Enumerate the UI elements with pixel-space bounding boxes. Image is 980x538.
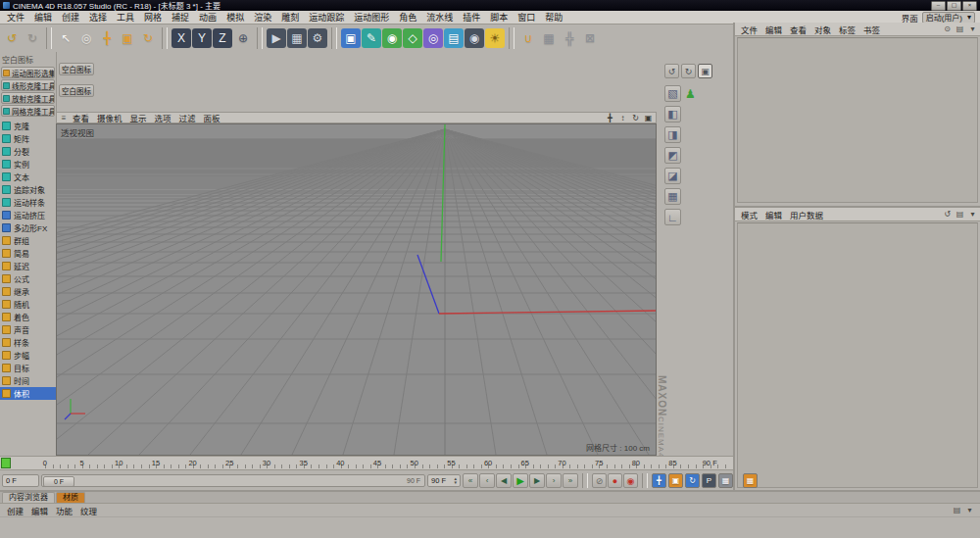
- menu-item[interactable]: 雕刻: [276, 11, 304, 24]
- generators-button[interactable]: ◉: [382, 28, 402, 48]
- environment-button[interactable]: ▤: [444, 28, 464, 48]
- redo-view-icon[interactable]: ↻: [681, 64, 696, 78]
- end-frame-field[interactable]: 90 F ▴ ▾: [427, 474, 461, 487]
- live-selection-button[interactable]: ◎: [76, 28, 96, 48]
- redo-button[interactable]: ↻: [23, 28, 42, 48]
- list-item[interactable]: 体积: [0, 387, 56, 400]
- list-item[interactable]: 追踪对象: [0, 183, 56, 196]
- menu-item[interactable]: 功能: [52, 505, 76, 516]
- list-item[interactable]: 分裂: [0, 145, 56, 158]
- toggle-layout-icon[interactable]: ▣: [643, 113, 654, 122]
- list-item[interactable]: 运动挤压: [0, 209, 56, 221]
- grid-clone-tool[interactable]: 网格克隆工具: [1, 105, 55, 117]
- goto-end-button[interactable]: »: [563, 473, 578, 488]
- render-view-button[interactable]: ▶: [267, 28, 286, 48]
- blank-icon-button[interactable]: 空白图标: [59, 63, 94, 75]
- menu-item[interactable]: 帮助: [540, 11, 567, 24]
- list-item[interactable]: 公式: [0, 272, 56, 285]
- menu-item[interactable]: 创建: [3, 505, 27, 516]
- list-item[interactable]: 克隆: [0, 120, 56, 132]
- viewport-menu-item[interactable]: 摄像机: [93, 112, 126, 123]
- rotate-view-icon[interactable]: ↻: [630, 113, 641, 122]
- menu-item[interactable]: 书签: [859, 24, 884, 35]
- key-pla-button[interactable]: ▦: [718, 473, 733, 488]
- menu-item[interactable]: 工具: [112, 11, 139, 24]
- render-region-button[interactable]: ▦: [287, 28, 307, 48]
- layout-select[interactable]: 启动(用户) ▾: [922, 12, 975, 24]
- select-tool-button[interactable]: ↖: [56, 28, 75, 48]
- autokey-button[interactable]: ◉: [623, 473, 638, 488]
- list-item[interactable]: 实例: [0, 158, 56, 171]
- list-item[interactable]: 样条: [0, 336, 56, 349]
- polygon-mode-button[interactable]: ▦: [664, 188, 681, 205]
- menu-icon[interactable]: ▾: [967, 210, 978, 220]
- render-settings-button[interactable]: ⚙: [308, 28, 327, 48]
- menu-icon[interactable]: ▾: [964, 506, 975, 515]
- menu-item[interactable]: 编辑: [761, 24, 786, 35]
- record-keyframe-button[interactable]: ●: [608, 473, 622, 488]
- list-item[interactable]: 运动样条: [0, 196, 56, 209]
- minimize-button[interactable]: –: [931, 1, 946, 11]
- panel-icon[interactable]: ▤: [955, 210, 965, 220]
- key-position-button[interactable]: ╋: [652, 473, 666, 488]
- viewport-menu-icon[interactable]: ≡: [59, 114, 69, 122]
- close-button[interactable]: ×: [962, 1, 977, 11]
- menu-item[interactable]: 标签: [835, 24, 859, 35]
- menu-item[interactable]: 查看: [786, 24, 810, 35]
- mograph-selection-tool[interactable]: 运动图形选集: [1, 67, 55, 78]
- prev-key-button[interactable]: ‹: [479, 473, 495, 488]
- axis-mode-button[interactable]: ∟: [664, 209, 681, 225]
- search-icon[interactable]: ⊙: [942, 24, 953, 34]
- add-cube-button[interactable]: ▣: [341, 28, 361, 48]
- viewport-menu-item[interactable]: 查看: [69, 112, 93, 123]
- list-item[interactable]: 声音: [0, 323, 56, 336]
- perspective-viewport[interactable]: 透视视图 网格尺寸 : 100 cm: [56, 123, 657, 456]
- light-button[interactable]: ☀: [485, 28, 505, 48]
- menu-item[interactable]: 网格: [139, 11, 167, 24]
- menu-item[interactable]: 捕捉: [167, 11, 194, 24]
- list-item[interactable]: 继承: [0, 285, 56, 298]
- tab-material[interactable]: 材质: [56, 492, 85, 503]
- frame-range-slider[interactable]: 0 F 90 F: [41, 474, 425, 487]
- history-icon[interactable]: ↺: [942, 210, 953, 220]
- menu-item[interactable]: 模式: [737, 209, 761, 220]
- dock-icon[interactable]: ▤: [952, 506, 962, 515]
- axis-center-button[interactable]: ╬: [560, 28, 579, 48]
- linear-clone-tool[interactable]: 线形克隆工具: [1, 79, 55, 91]
- edge-mode-button[interactable]: ◪: [664, 168, 681, 184]
- list-item[interactable]: 随机: [0, 298, 56, 311]
- move-tool-button[interactable]: ╋: [97, 28, 117, 48]
- list-item[interactable]: 步幅: [0, 349, 56, 362]
- next-frame-button[interactable]: ▶: [529, 473, 545, 488]
- lock-x-axis-button[interactable]: X: [172, 28, 191, 48]
- list-item[interactable]: 文本: [0, 171, 56, 183]
- menu-item[interactable]: 选择: [84, 11, 112, 24]
- key-rotation-button[interactable]: ↻: [685, 473, 700, 488]
- list-item[interactable]: 时间: [0, 374, 56, 387]
- range-slider-handle[interactable]: 0 F: [43, 476, 74, 487]
- record-options-button[interactable]: ⊘: [592, 473, 607, 488]
- deformers-button[interactable]: ◎: [423, 28, 443, 48]
- snap-button[interactable]: ∪: [518, 28, 538, 48]
- menu-item[interactable]: 创建: [57, 11, 84, 24]
- timeline-ruler[interactable]: 051015202530354045505560657075808590 F: [0, 456, 733, 470]
- point-mode-button[interactable]: ◩: [664, 147, 681, 164]
- menu-item[interactable]: 纹理: [76, 505, 101, 516]
- goto-start-button[interactable]: «: [463, 473, 478, 488]
- viewport-menu-item[interactable]: 选项: [151, 112, 175, 123]
- object-mode-icon[interactable]: ♟: [685, 87, 696, 101]
- playhead[interactable]: [1, 458, 11, 468]
- menu-item[interactable]: 编辑: [29, 11, 57, 24]
- viewport-menu-item[interactable]: 过滤: [175, 112, 200, 123]
- viewport-menu-item[interactable]: 显示: [126, 112, 151, 123]
- key-parameter-button[interactable]: P: [702, 473, 716, 488]
- filter-icon[interactable]: ▤: [955, 24, 965, 34]
- tab-content-browser[interactable]: 内容浏览器: [2, 492, 55, 503]
- menu-item[interactable]: 用户数据: [786, 209, 827, 220]
- menu-item[interactable]: 插件: [458, 11, 485, 24]
- list-item[interactable]: 简易: [0, 247, 56, 260]
- menu-item[interactable]: 对象: [810, 24, 835, 35]
- spinner-icons[interactable]: ▴ ▾: [454, 477, 457, 483]
- next-key-button[interactable]: ›: [546, 473, 562, 488]
- menu-item[interactable]: 脚本: [485, 11, 513, 24]
